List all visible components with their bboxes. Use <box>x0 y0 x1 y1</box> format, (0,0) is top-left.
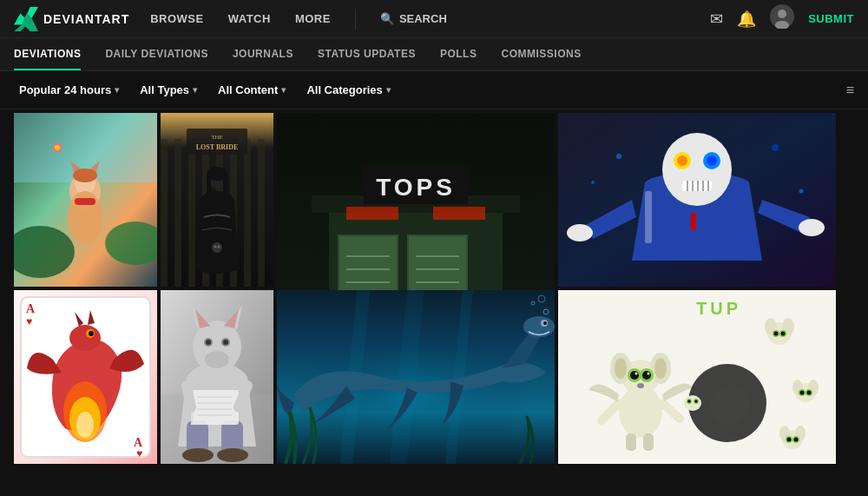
gallery-item-4[interactable] <box>558 113 836 287</box>
notifications-icon[interactable]: 🔔 <box>737 10 756 29</box>
svg-point-162 <box>787 438 792 442</box>
svg-point-155 <box>800 391 805 395</box>
tab-journals[interactable]: JOURNALS <box>233 38 293 70</box>
svg-point-80 <box>591 181 595 184</box>
svg-point-36 <box>218 246 220 248</box>
logo-text: DEVIANTART <box>43 12 129 26</box>
svg-rect-25 <box>244 139 251 287</box>
gallery-item-8[interactable]: TUP <box>558 290 836 464</box>
svg-rect-68 <box>682 181 712 191</box>
gallery-item-5[interactable]: A ♥ A ♥ <box>14 290 157 464</box>
svg-point-81 <box>799 189 804 194</box>
svg-rect-19 <box>161 139 168 287</box>
tab-deviations[interactable]: DEVIATIONS <box>14 38 81 70</box>
svg-text:LOST BRIDE: LOST BRIDE <box>196 143 239 151</box>
svg-rect-20 <box>174 139 181 287</box>
nav-links: BROWSE WATCH MORE 🔍 SEARCH <box>150 9 710 30</box>
svg-text:TUP: TUP <box>696 299 741 318</box>
svg-text:THE: THE <box>211 134 223 141</box>
svg-point-137 <box>642 371 651 380</box>
categories-filter[interactable]: All Categories ▾ <box>301 80 395 100</box>
svg-rect-112 <box>191 390 239 425</box>
svg-point-111 <box>223 340 228 345</box>
svg-point-139 <box>648 373 650 375</box>
svg-point-78 <box>616 154 621 159</box>
svg-point-168 <box>687 400 691 403</box>
svg-point-169 <box>694 400 698 403</box>
svg-rect-74 <box>645 191 652 243</box>
type-filter-chevron: ▾ <box>193 85 197 95</box>
more-link[interactable]: MORE <box>295 12 331 25</box>
svg-point-103 <box>205 351 229 368</box>
gallery-item-7[interactable] <box>277 290 555 464</box>
nav-divider <box>355 9 356 30</box>
tab-commissions[interactable]: COMMISSIONS <box>501 38 581 70</box>
submit-button[interactable]: SUBMIT <box>808 12 854 25</box>
categories-filter-label: All Categories <box>306 83 382 96</box>
type-filter-label: All Types <box>140 83 189 96</box>
svg-point-149 <box>781 332 786 336</box>
svg-point-101 <box>217 448 248 462</box>
svg-text:TOPS: TOPS <box>376 174 456 201</box>
time-filter-label: Popular 24 hours <box>19 83 111 96</box>
gallery-item-2[interactable]: THE LOST BRIDE <box>161 113 273 287</box>
svg-point-133 <box>654 358 667 379</box>
svg-point-100 <box>182 448 214 462</box>
logo[interactable]: DEVIANTART <box>14 7 129 31</box>
svg-rect-77 <box>691 213 696 230</box>
tab-daily-deviations[interactable]: DAILY DEVIATIONS <box>105 38 207 70</box>
svg-point-138 <box>635 373 638 375</box>
svg-text:♥: ♥ <box>26 315 32 327</box>
svg-text:♥: ♥ <box>136 447 142 460</box>
browse-link[interactable]: BROWSE <box>150 12 204 25</box>
type-filter[interactable]: All Types ▾ <box>135 80 202 100</box>
svg-text:A: A <box>26 302 36 315</box>
user-avatar-icon[interactable] <box>770 4 794 34</box>
svg-point-17 <box>55 145 60 150</box>
gallery-grid: THE LOST BRIDE <box>0 109 868 467</box>
tab-status-updates[interactable]: STATUS UPDATES <box>318 38 416 70</box>
svg-point-132 <box>615 358 627 379</box>
svg-point-67 <box>707 155 717 166</box>
svg-point-88 <box>89 331 94 336</box>
mail-icon[interactable]: ✉ <box>710 10 723 29</box>
time-filter-chevron: ▾ <box>115 85 119 95</box>
svg-rect-26 <box>258 139 265 287</box>
svg-point-140 <box>637 383 644 388</box>
svg-point-148 <box>774 332 779 336</box>
top-navigation: DEVIANTART BROWSE WATCH MORE 🔍 SEARCH ✉ … <box>0 0 868 38</box>
svg-rect-142 <box>643 433 654 451</box>
svg-point-63 <box>662 133 732 206</box>
gallery-item-1[interactable] <box>14 113 157 287</box>
filter-bar: Popular 24 hours ▾ All Types ▾ All Conte… <box>0 71 868 109</box>
svg-point-136 <box>630 371 639 380</box>
svg-point-165 <box>684 395 701 411</box>
svg-point-86 <box>69 325 101 351</box>
svg-point-65 <box>677 155 687 166</box>
svg-point-75 <box>567 224 593 241</box>
time-filter[interactable]: Popular 24 hours ▾ <box>14 80 124 100</box>
svg-rect-56 <box>433 207 485 220</box>
watch-link[interactable]: WATCH <box>228 12 271 25</box>
search-icon: 🔍 <box>380 12 394 25</box>
svg-rect-141 <box>626 433 636 451</box>
categories-filter-chevron: ▾ <box>386 85 391 95</box>
svg-rect-21 <box>188 139 195 287</box>
sort-icon[interactable]: ≡ <box>846 83 854 98</box>
svg-point-156 <box>807 391 812 395</box>
svg-point-122 <box>543 321 547 325</box>
svg-point-35 <box>214 246 217 248</box>
svg-point-79 <box>772 144 779 151</box>
svg-rect-15 <box>75 198 95 205</box>
content-filter[interactable]: All Content ▾ <box>213 80 291 100</box>
svg-point-110 <box>206 340 211 345</box>
svg-point-120 <box>523 316 555 337</box>
search-button[interactable]: 🔍 SEARCH <box>380 12 447 25</box>
svg-point-93 <box>76 412 94 438</box>
svg-point-163 <box>794 438 799 442</box>
tab-polls[interactable]: POLLS <box>440 38 477 70</box>
gallery-item-6[interactable] <box>161 290 273 464</box>
search-label: SEARCH <box>399 12 447 25</box>
content-filter-label: All Content <box>218 83 278 96</box>
nav-icons: ✉ 🔔 SUBMIT <box>710 4 854 34</box>
